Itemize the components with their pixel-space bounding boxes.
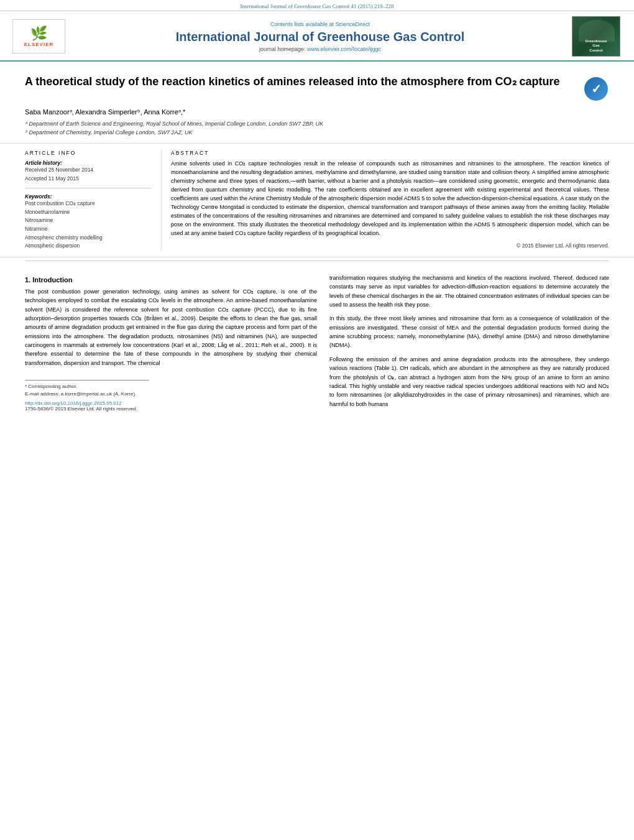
- issn-line: 1750-5836/© 2015 Elsevier Ltd. All right…: [25, 406, 149, 412]
- top-banner: International Journal of Greenhouse Gas …: [0, 0, 634, 11]
- journal-cover: GreenhouseGasControl: [572, 16, 620, 57]
- header-right: GreenhouseGasControl: [572, 16, 622, 57]
- section-title: 1. Introduction: [25, 276, 317, 284]
- elsevier-text: ELSEVIER: [24, 42, 54, 47]
- body-col-right: transformation requires studying the mec…: [329, 274, 609, 412]
- accepted-date: Accepted 11 May 2015: [25, 175, 152, 183]
- homepage-prefix: journal homepage:: [259, 46, 307, 52]
- article-body: 1. Introduction The post combustion powe…: [0, 264, 634, 422]
- article-title: A theoretical study of the reaction kine…: [25, 74, 575, 89]
- homepage-link: journal homepage: www.elsevier.com/locat…: [75, 46, 566, 52]
- journal-header: 🌿 ELSEVIER Contents lists available at S…: [0, 11, 634, 62]
- copyright-line: © 2015 Elsevier Ltd. All rights reserved…: [171, 242, 609, 249]
- affiliations: ᵃ Department of Earth Science and Engine…: [25, 120, 609, 137]
- article-header: A theoretical study of the reaction kine…: [0, 62, 634, 144]
- elsevier-logo: 🌿 ELSEVIER: [12, 19, 65, 53]
- authors: Saba Manzoorᵃ, Alexandra Simperlerᵇ, Ann…: [25, 108, 609, 116]
- corresponding-note: * Corresponding author.: [25, 383, 149, 390]
- section-num: 1.: [25, 276, 30, 284]
- crossmark-badge[interactable]: ✓: [584, 77, 609, 102]
- article-info-col: ARTICLE INFO Article history: Received 2…: [25, 150, 162, 251]
- journal-cover-text: GreenhouseGasControl: [585, 39, 607, 53]
- article-history: Article history: Received 25 November 20…: [25, 160, 152, 183]
- keyword-1: Post combustion CO₂ capture: [25, 200, 152, 208]
- article-info-heading: ARTICLE INFO: [25, 150, 152, 156]
- intro-paragraph4: Following the emission of the amines and…: [329, 355, 609, 408]
- abstract-text: Amine solvents used in CO₂ capture techn…: [171, 160, 609, 238]
- keywords-section: Keywords: Post combustion CO₂ capture Mo…: [25, 193, 152, 251]
- article-info-abstract: ARTICLE INFO Article history: Received 2…: [0, 144, 634, 257]
- body-col-left: 1. Introduction The post combustion powe…: [25, 274, 317, 412]
- keyword-6: Atmospheric dispersion: [25, 242, 152, 251]
- section-divider: [25, 261, 609, 261]
- keyword-4: Nitramine: [25, 225, 152, 234]
- keyword-5: Atmospheric chemistry modelling: [25, 234, 152, 242]
- sciencedirect-text: Contents lists available at ScienceDirec…: [270, 21, 370, 27]
- footnote-area: * Corresponding author. E-mail address: …: [25, 380, 149, 412]
- affiliation2: ᵇ Department of Chemistry, Imperial Coll…: [25, 129, 609, 137]
- history-label: Article history:: [25, 160, 152, 166]
- email-note: E-mail address: a.korre@imperial.ac.uk (…: [25, 390, 149, 398]
- sciencedirect-link: Contents lists available at ScienceDirec…: [75, 21, 566, 27]
- keyword-2: Monoethanolamine: [25, 208, 152, 217]
- article-title-row: A theoretical study of the reaction kine…: [25, 74, 609, 102]
- elsevier-logo-area: 🌿 ELSEVIER: [12, 19, 68, 53]
- doi-line[interactable]: http://dx.doi.org/10.1016/j.ijggc.2015.0…: [25, 400, 149, 406]
- abstract-col: ABSTRACT Amine solvents used in CO₂ capt…: [162, 150, 609, 251]
- section-name: Introduction: [32, 276, 72, 284]
- affiliation1: ᵃ Department of Earth Science and Engine…: [25, 120, 609, 129]
- intro-paragraph3: In this study, the three most likely ami…: [329, 314, 609, 350]
- received-date: Received 25 November 2014: [25, 166, 152, 175]
- abstract-heading: ABSTRACT: [171, 150, 609, 156]
- crossmark-circle: ✓: [584, 77, 608, 101]
- journal-title: International Journal of Greenhouse Gas …: [75, 29, 566, 44]
- intro-paragraph1: The post combustion power generation tec…: [25, 287, 317, 368]
- journal-ref: International Journal of Greenhouse Gas …: [241, 3, 394, 9]
- page-wrapper: International Journal of Greenhouse Gas …: [0, 0, 634, 421]
- header-center: Contents lists available at ScienceDirec…: [75, 21, 566, 52]
- homepage-url[interactable]: www.elsevier.com/locate/ijggc: [307, 46, 381, 52]
- intro-paragraph2: transformation requires studying the mec…: [329, 274, 609, 310]
- keywords-label: Keywords:: [25, 193, 152, 200]
- tree-icon: 🌿: [30, 25, 47, 42]
- keyword-3: Nitrosamine: [25, 216, 152, 225]
- corresponding-label: * Corresponding author.: [25, 384, 78, 389]
